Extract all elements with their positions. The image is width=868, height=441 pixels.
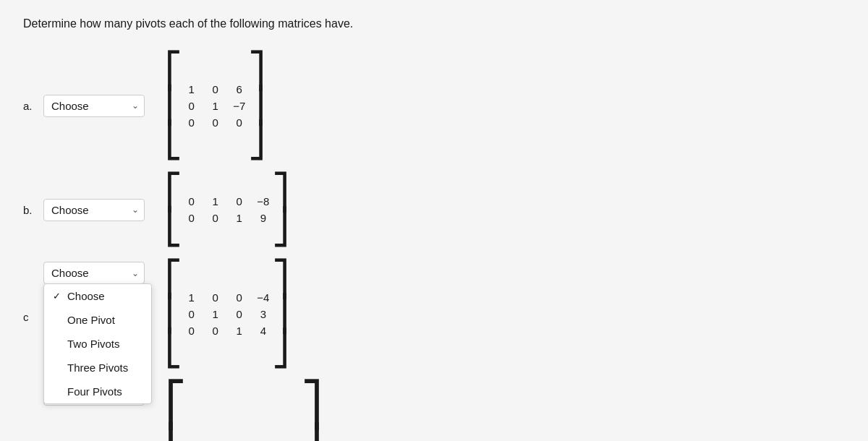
- cell: 0: [209, 325, 221, 337]
- dropdown-a[interactable]: Choose One Pivot Two Pivots Three Pivots…: [43, 95, 145, 117]
- dropdown-wrapper-a: Choose One Pivot Two Pivots Three Pivots…: [43, 95, 145, 117]
- cell: 9: [257, 212, 269, 224]
- bracket-left-b: ⎡⎣: [165, 175, 182, 244]
- matrix-c: ⎡⎢⎣ 1 0 0 −4 0 1 0 3 0 0 1 4 ⎤⎥⎦: [165, 262, 289, 366]
- menu-item-label: One Pivot: [67, 314, 115, 326]
- dropdown-menu-c: ✓ Choose One Pivot Two Pivots Three Pivo…: [43, 283, 152, 404]
- cell: 0: [233, 291, 245, 304]
- cell: 0: [209, 212, 221, 224]
- cell: 1: [233, 212, 245, 224]
- menu-item-label: Four Pivots: [67, 385, 122, 398]
- cell: 1: [233, 325, 245, 337]
- cell: 1: [185, 83, 197, 95]
- cell: 0: [185, 195, 197, 207]
- menu-item-label: Two Pivots: [67, 338, 120, 350]
- menu-item-four-pivots[interactable]: Four Pivots: [44, 380, 151, 403]
- matrix-grid-b: 0 1 0 −8 0 0 1 9: [185, 195, 269, 224]
- matrix-a: ⎡⎢⎣ 1 0 6 0 1 −7 0 0 0 ⎤⎥⎦: [165, 53, 265, 158]
- problem-label-b: b.: [23, 204, 43, 216]
- problem-row-a: a. Choose One Pivot Two Pivots Three Piv…: [23, 53, 845, 158]
- menu-item-label: Choose: [67, 290, 105, 302]
- cell: 0: [209, 116, 221, 129]
- bracket-right-d: ⎤⎥⎥⎦: [301, 383, 323, 441]
- cell: 0: [233, 195, 245, 207]
- menu-item-label: Three Pivots: [67, 361, 128, 374]
- bracket-right-b: ⎤⎦: [272, 175, 289, 244]
- dropdown-wrapper-c: Choose One Pivot Two Pivots Three Pivots…: [43, 262, 145, 284]
- checkmark-icon: ✓: [53, 291, 63, 301]
- cell: 6: [233, 83, 245, 95]
- cell: 0: [185, 308, 197, 320]
- cell: −7: [233, 100, 245, 112]
- cell: 0: [233, 116, 245, 129]
- menu-item-three-pivots[interactable]: Three Pivots: [44, 356, 151, 380]
- matrix-b: ⎡⎣ 0 1 0 −8 0 0 1 9 ⎤⎦: [165, 175, 289, 244]
- bracket-left-a: ⎡⎢⎣: [165, 53, 182, 158]
- bracket-left-c: ⎡⎢⎣: [165, 262, 182, 366]
- dropdown-open-container-c: Choose One Pivot Two Pivots Three Pivots…: [43, 262, 145, 284]
- dropdown-c[interactable]: Choose One Pivot Two Pivots Three Pivots…: [43, 262, 145, 284]
- cell: 0: [185, 116, 197, 129]
- cell: 1: [209, 100, 221, 112]
- dropdown-wrapper-b: Choose One Pivot Two Pivots Three Pivots…: [43, 199, 145, 221]
- cell: 0: [185, 100, 197, 112]
- problem-row-c: c Choose One Pivot Two Pivots Three Pivo…: [23, 262, 845, 366]
- bracket-left-d: ⎡⎢⎢⎣: [165, 383, 187, 441]
- page-title: Determine how many pivots each of the fo…: [23, 17, 845, 30]
- cell: −8: [257, 195, 269, 207]
- problem-label-a: a.: [23, 100, 43, 112]
- cell: 0: [233, 308, 245, 320]
- bracket-right-a: ⎤⎥⎦: [248, 53, 265, 158]
- problem-label-c: c: [23, 311, 43, 323]
- menu-item-two-pivots[interactable]: Two Pivots: [44, 332, 151, 356]
- matrix-grid-c: 1 0 0 −4 0 1 0 3 0 0 1 4: [185, 291, 269, 337]
- menu-item-one-pivot[interactable]: One Pivot: [44, 308, 151, 332]
- cell: 0: [185, 325, 197, 337]
- cell: 1: [209, 308, 221, 320]
- cell: 0: [209, 83, 221, 95]
- problems-container: a. Choose One Pivot Two Pivots Three Piv…: [23, 53, 845, 441]
- matrix-d: ⎡⎢⎢⎣ 1 0 0 0 4 0 1 0 0 5 0 0 1 0 3 0 0 0: [165, 383, 323, 441]
- problem-row-b: b. Choose One Pivot Two Pivots Three Piv…: [23, 175, 845, 244]
- cell: 1: [185, 291, 197, 304]
- dropdown-b[interactable]: Choose One Pivot Two Pivots Three Pivots…: [43, 199, 145, 221]
- cell: −4: [257, 291, 269, 304]
- menu-item-choose[interactable]: ✓ Choose: [44, 284, 151, 308]
- cell: 4: [257, 325, 269, 337]
- cell: 3: [257, 308, 269, 320]
- matrix-grid-a: 1 0 6 0 1 −7 0 0 0: [185, 83, 245, 129]
- cell: 0: [209, 291, 221, 304]
- cell: 1: [209, 195, 221, 207]
- cell: 0: [185, 212, 197, 224]
- bracket-right-c: ⎤⎥⎦: [272, 262, 289, 366]
